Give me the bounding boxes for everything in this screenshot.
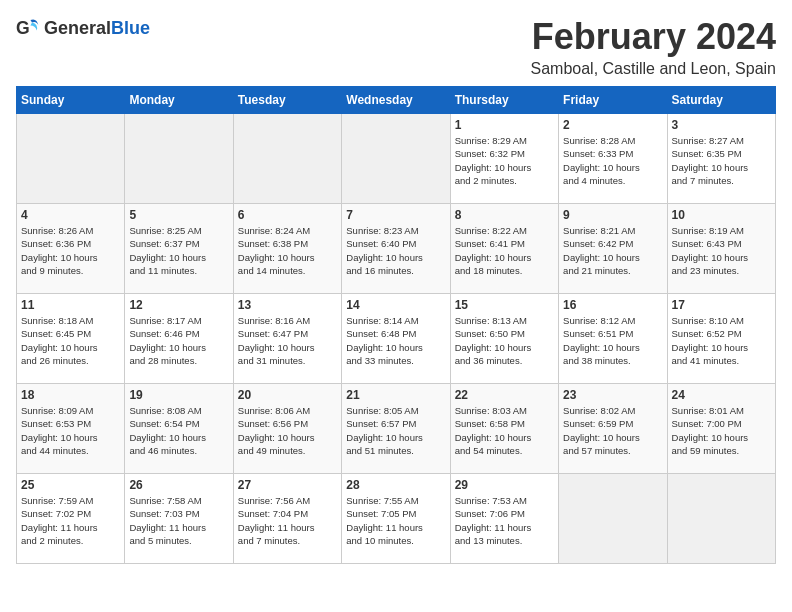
- day-number: 7: [346, 208, 445, 222]
- calendar-cell: [342, 114, 450, 204]
- day-info: Sunrise: 8:22 AM Sunset: 6:41 PM Dayligh…: [455, 224, 554, 277]
- day-number: 1: [455, 118, 554, 132]
- calendar-cell: 3Sunrise: 8:27 AM Sunset: 6:35 PM Daylig…: [667, 114, 775, 204]
- day-info: Sunrise: 8:24 AM Sunset: 6:38 PM Dayligh…: [238, 224, 337, 277]
- calendar-cell: 8Sunrise: 8:22 AM Sunset: 6:41 PM Daylig…: [450, 204, 558, 294]
- day-number: 12: [129, 298, 228, 312]
- calendar-cell: [559, 474, 667, 564]
- calendar-cell: 26Sunrise: 7:58 AM Sunset: 7:03 PM Dayli…: [125, 474, 233, 564]
- day-info: Sunrise: 8:27 AM Sunset: 6:35 PM Dayligh…: [672, 134, 771, 187]
- day-number: 16: [563, 298, 662, 312]
- day-info: Sunrise: 8:01 AM Sunset: 7:00 PM Dayligh…: [672, 404, 771, 457]
- calendar-cell: 1Sunrise: 8:29 AM Sunset: 6:32 PM Daylig…: [450, 114, 558, 204]
- col-thursday: Thursday: [450, 87, 558, 114]
- day-number: 17: [672, 298, 771, 312]
- day-info: Sunrise: 8:13 AM Sunset: 6:50 PM Dayligh…: [455, 314, 554, 367]
- day-number: 8: [455, 208, 554, 222]
- svg-text:G: G: [16, 18, 30, 38]
- calendar-cell: 23Sunrise: 8:02 AM Sunset: 6:59 PM Dayli…: [559, 384, 667, 474]
- calendar-cell: 17Sunrise: 8:10 AM Sunset: 6:52 PM Dayli…: [667, 294, 775, 384]
- day-number: 4: [21, 208, 120, 222]
- calendar-week-1: 1Sunrise: 8:29 AM Sunset: 6:32 PM Daylig…: [17, 114, 776, 204]
- calendar-body: 1Sunrise: 8:29 AM Sunset: 6:32 PM Daylig…: [17, 114, 776, 564]
- calendar-cell: 25Sunrise: 7:59 AM Sunset: 7:02 PM Dayli…: [17, 474, 125, 564]
- calendar-cell: 2Sunrise: 8:28 AM Sunset: 6:33 PM Daylig…: [559, 114, 667, 204]
- day-number: 5: [129, 208, 228, 222]
- calendar-cell: 15Sunrise: 8:13 AM Sunset: 6:50 PM Dayli…: [450, 294, 558, 384]
- calendar-cell: 22Sunrise: 8:03 AM Sunset: 6:58 PM Dayli…: [450, 384, 558, 474]
- calendar-cell: 16Sunrise: 8:12 AM Sunset: 6:51 PM Dayli…: [559, 294, 667, 384]
- calendar-table: Sunday Monday Tuesday Wednesday Thursday…: [16, 86, 776, 564]
- calendar-cell: 9Sunrise: 8:21 AM Sunset: 6:42 PM Daylig…: [559, 204, 667, 294]
- calendar-cell: 27Sunrise: 7:56 AM Sunset: 7:04 PM Dayli…: [233, 474, 341, 564]
- day-info: Sunrise: 8:16 AM Sunset: 6:47 PM Dayligh…: [238, 314, 337, 367]
- calendar-cell: 7Sunrise: 8:23 AM Sunset: 6:40 PM Daylig…: [342, 204, 450, 294]
- calendar-cell: 14Sunrise: 8:14 AM Sunset: 6:48 PM Dayli…: [342, 294, 450, 384]
- calendar-week-3: 11Sunrise: 8:18 AM Sunset: 6:45 PM Dayli…: [17, 294, 776, 384]
- day-info: Sunrise: 8:21 AM Sunset: 6:42 PM Dayligh…: [563, 224, 662, 277]
- day-number: 11: [21, 298, 120, 312]
- day-number: 22: [455, 388, 554, 402]
- day-info: Sunrise: 8:19 AM Sunset: 6:43 PM Dayligh…: [672, 224, 771, 277]
- calendar-week-2: 4Sunrise: 8:26 AM Sunset: 6:36 PM Daylig…: [17, 204, 776, 294]
- calendar-cell: 28Sunrise: 7:55 AM Sunset: 7:05 PM Dayli…: [342, 474, 450, 564]
- day-number: 15: [455, 298, 554, 312]
- calendar-cell: 29Sunrise: 7:53 AM Sunset: 7:06 PM Dayli…: [450, 474, 558, 564]
- day-info: Sunrise: 8:29 AM Sunset: 6:32 PM Dayligh…: [455, 134, 554, 187]
- col-monday: Monday: [125, 87, 233, 114]
- day-info: Sunrise: 8:18 AM Sunset: 6:45 PM Dayligh…: [21, 314, 120, 367]
- calendar-cell: 21Sunrise: 8:05 AM Sunset: 6:57 PM Dayli…: [342, 384, 450, 474]
- day-number: 24: [672, 388, 771, 402]
- day-info: Sunrise: 7:56 AM Sunset: 7:04 PM Dayligh…: [238, 494, 337, 547]
- calendar-header: Sunday Monday Tuesday Wednesday Thursday…: [17, 87, 776, 114]
- logo-general: General: [44, 18, 111, 38]
- day-number: 26: [129, 478, 228, 492]
- logo-blue: Blue: [111, 18, 150, 38]
- calendar-cell: 10Sunrise: 8:19 AM Sunset: 6:43 PM Dayli…: [667, 204, 775, 294]
- day-info: Sunrise: 8:28 AM Sunset: 6:33 PM Dayligh…: [563, 134, 662, 187]
- day-number: 9: [563, 208, 662, 222]
- day-number: 14: [346, 298, 445, 312]
- col-sunday: Sunday: [17, 87, 125, 114]
- day-number: 20: [238, 388, 337, 402]
- calendar-cell: 4Sunrise: 8:26 AM Sunset: 6:36 PM Daylig…: [17, 204, 125, 294]
- day-info: Sunrise: 8:12 AM Sunset: 6:51 PM Dayligh…: [563, 314, 662, 367]
- calendar-cell: [667, 474, 775, 564]
- calendar-cell: 20Sunrise: 8:06 AM Sunset: 6:56 PM Dayli…: [233, 384, 341, 474]
- logo-icon: G: [16, 16, 40, 40]
- day-info: Sunrise: 8:25 AM Sunset: 6:37 PM Dayligh…: [129, 224, 228, 277]
- col-friday: Friday: [559, 87, 667, 114]
- day-info: Sunrise: 8:05 AM Sunset: 6:57 PM Dayligh…: [346, 404, 445, 457]
- day-info: Sunrise: 8:06 AM Sunset: 6:56 PM Dayligh…: [238, 404, 337, 457]
- day-info: Sunrise: 8:08 AM Sunset: 6:54 PM Dayligh…: [129, 404, 228, 457]
- sub-title: Samboal, Castille and Leon, Spain: [531, 60, 777, 78]
- day-number: 13: [238, 298, 337, 312]
- calendar-cell: [233, 114, 341, 204]
- calendar-cell: [125, 114, 233, 204]
- day-number: 19: [129, 388, 228, 402]
- title-area: February 2024 Samboal, Castille and Leon…: [531, 16, 777, 78]
- header-row: Sunday Monday Tuesday Wednesday Thursday…: [17, 87, 776, 114]
- day-number: 28: [346, 478, 445, 492]
- calendar-cell: 13Sunrise: 8:16 AM Sunset: 6:47 PM Dayli…: [233, 294, 341, 384]
- day-number: 29: [455, 478, 554, 492]
- calendar-week-4: 18Sunrise: 8:09 AM Sunset: 6:53 PM Dayli…: [17, 384, 776, 474]
- calendar-cell: 6Sunrise: 8:24 AM Sunset: 6:38 PM Daylig…: [233, 204, 341, 294]
- day-info: Sunrise: 8:02 AM Sunset: 6:59 PM Dayligh…: [563, 404, 662, 457]
- day-info: Sunrise: 7:55 AM Sunset: 7:05 PM Dayligh…: [346, 494, 445, 547]
- calendar-cell: 24Sunrise: 8:01 AM Sunset: 7:00 PM Dayli…: [667, 384, 775, 474]
- day-info: Sunrise: 8:14 AM Sunset: 6:48 PM Dayligh…: [346, 314, 445, 367]
- day-number: 3: [672, 118, 771, 132]
- day-number: 23: [563, 388, 662, 402]
- day-number: 25: [21, 478, 120, 492]
- day-info: Sunrise: 8:09 AM Sunset: 6:53 PM Dayligh…: [21, 404, 120, 457]
- day-number: 21: [346, 388, 445, 402]
- day-number: 18: [21, 388, 120, 402]
- day-info: Sunrise: 7:53 AM Sunset: 7:06 PM Dayligh…: [455, 494, 554, 547]
- day-info: Sunrise: 8:26 AM Sunset: 6:36 PM Dayligh…: [21, 224, 120, 277]
- calendar-cell: 5Sunrise: 8:25 AM Sunset: 6:37 PM Daylig…: [125, 204, 233, 294]
- calendar-week-5: 25Sunrise: 7:59 AM Sunset: 7:02 PM Dayli…: [17, 474, 776, 564]
- calendar-cell: 11Sunrise: 8:18 AM Sunset: 6:45 PM Dayli…: [17, 294, 125, 384]
- day-info: Sunrise: 8:23 AM Sunset: 6:40 PM Dayligh…: [346, 224, 445, 277]
- day-info: Sunrise: 7:58 AM Sunset: 7:03 PM Dayligh…: [129, 494, 228, 547]
